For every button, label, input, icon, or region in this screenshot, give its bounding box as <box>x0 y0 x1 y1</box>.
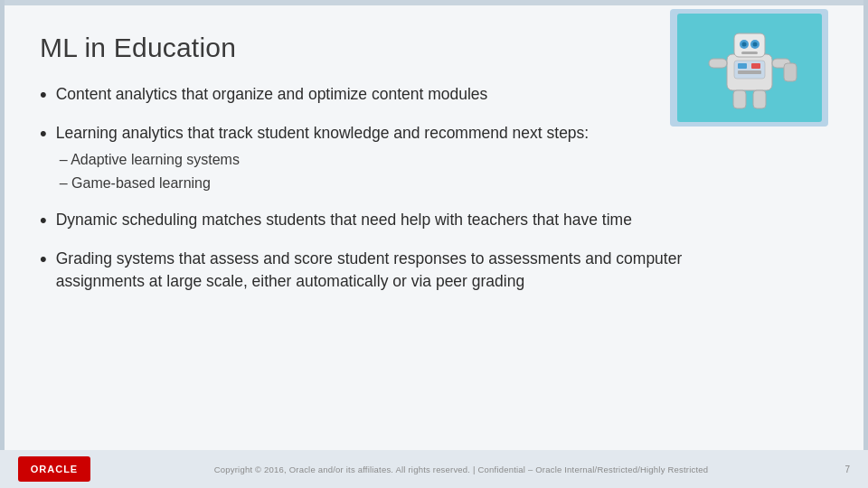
slide: ML in Education • Content analytics that… <box>0 0 868 488</box>
svg-rect-7 <box>741 52 758 54</box>
svg-rect-10 <box>784 63 797 81</box>
bullet-dot-1: • <box>40 81 47 109</box>
sub-bullet-2-1: – Adaptive learning systems <box>60 149 709 171</box>
bullet-dot-4: • <box>40 246 47 274</box>
bullet-dot-2: • <box>40 120 47 148</box>
sub-bullet-2-2: – Game-based learning <box>60 173 709 194</box>
svg-rect-11 <box>733 90 746 108</box>
bullet-text-3: Dynamic scheduling matches students that… <box>56 209 709 231</box>
bullet-dot-3: • <box>40 207 47 235</box>
svg-rect-8 <box>709 59 727 68</box>
footer-copyright: Copyright © 2016, Oracle and/or its affi… <box>90 465 832 474</box>
sub-bullet-list-2: – Adaptive learning systems – Game-based… <box>60 149 709 194</box>
footer-bar: ORACLE Copyright © 2016, Oracle and/or i… <box>0 450 868 488</box>
bullet-text-1: Content analytics that organize and opti… <box>56 83 709 106</box>
oracle-logo: ORACLE <box>18 456 90 482</box>
oracle-logo-text: ORACLE <box>31 464 78 474</box>
bullet-text-2: Learning analytics that track student kn… <box>56 124 590 142</box>
bullet-item-2: • Learning analytics that track student … <box>40 122 709 197</box>
svg-rect-15 <box>751 63 760 69</box>
robot-image <box>670 9 828 127</box>
bullet-text-4: Grading systems that assess and score st… <box>56 248 709 292</box>
bullet-item-3: • Dynamic scheduling matches students th… <box>40 209 709 235</box>
svg-rect-16 <box>738 70 761 74</box>
svg-rect-14 <box>738 63 747 69</box>
page-number: 7 <box>832 465 850 474</box>
svg-point-6 <box>752 42 757 47</box>
bullet-item-1: • Content analytics that organize and op… <box>40 83 709 109</box>
bullet-text-2-wrap: Learning analytics that track student kn… <box>56 122 709 197</box>
svg-rect-12 <box>753 90 766 108</box>
bullet-item-4: • Grading systems that assess and score … <box>40 248 709 292</box>
svg-point-5 <box>741 42 746 47</box>
slide-content: ML in Education • Content analytics that… <box>0 0 868 488</box>
